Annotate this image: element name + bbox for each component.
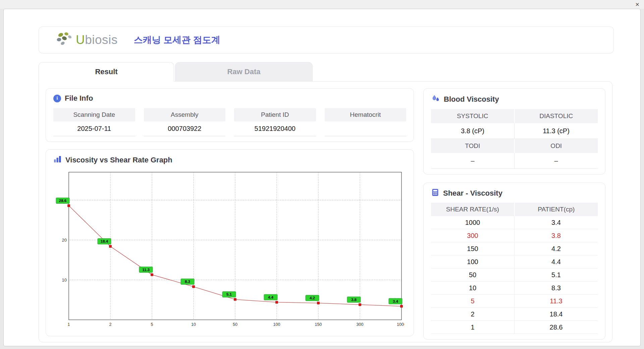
shear-table-header: SHEAR RATE(1/s) PATIENT(cp): [431, 203, 598, 216]
tab-bar: Result Raw Data: [39, 62, 313, 82]
field-value: [325, 121, 407, 136]
field-scanning-date: Scanning Date 2025-07-11: [53, 108, 135, 136]
shear-rate-value: 2: [431, 308, 515, 320]
tab-result[interactable]: Result: [39, 62, 174, 82]
patient-viscosity-value: 28.6: [515, 321, 598, 334]
droplet-icon: [431, 94, 440, 104]
field-label: Hematocrit: [325, 108, 407, 121]
shear-row: 150 4.2: [431, 242, 598, 255]
file-info-card: i File Info Scanning Date 2025-07-11 Ass…: [46, 88, 414, 142]
bv-header-row-2: TODI ODI: [431, 139, 598, 153]
svg-text:100: 100: [273, 322, 280, 327]
svg-text:3.4: 3.4: [393, 299, 398, 303]
field-value: 2025-07-11: [53, 121, 135, 136]
field-hematocrit: Hematocrit: [325, 108, 407, 136]
field-label: Scanning Date: [53, 108, 135, 121]
shear-row: 100 4.4: [431, 255, 598, 268]
todi-value: –: [431, 153, 515, 168]
field-label: Patient ID: [234, 108, 316, 121]
systolic-label: SYSTOLIC: [431, 109, 515, 123]
patient-viscosity-value: 18.4: [515, 308, 598, 320]
viscosity-graph-card: Viscosity vs Shear Rate Graph 1020301251…: [46, 149, 414, 336]
shear-viscosity-card: Shear - Viscosity SHEAR RATE(1/s) PATIEN…: [423, 183, 605, 340]
bv-value-row-2: – –: [431, 153, 598, 169]
shear-row: 5 11.3: [431, 295, 598, 308]
graph-title: Viscosity vs Shear Rate Graph: [65, 156, 172, 164]
bv-value-row: 3.8 (cP) 11.3 (cP): [431, 123, 598, 139]
odi-value: –: [515, 153, 598, 168]
brand-letter-u: U: [76, 33, 85, 47]
left-column: i File Info Scanning Date 2025-07-11 Ass…: [46, 88, 414, 335]
todi-label: TODI: [431, 139, 515, 153]
svg-text:1000: 1000: [397, 322, 404, 327]
patient-viscosity-value: 4.2: [515, 242, 598, 255]
brand-rest: biosis: [85, 33, 118, 47]
viscosity-chart: 1020301251050100150300100028.618.411.38.…: [55, 169, 406, 331]
close-icon[interactable]: ×: [635, 1, 639, 8]
field-value: 51921920400: [234, 121, 316, 136]
field-patient-id: Patient ID 51921920400: [234, 108, 316, 136]
info-icon: i: [53, 95, 61, 102]
logo-mark-icon: [56, 31, 74, 49]
svg-text:10: 10: [191, 322, 196, 327]
shear-row: 1 28.6: [431, 321, 598, 334]
blood-viscosity-title-row: Blood Viscosity: [431, 94, 598, 104]
shear-row: 300 3.8: [431, 229, 598, 242]
shear-rate-value: 5: [431, 295, 515, 307]
patient-viscosity-value: 11.3: [515, 295, 598, 307]
svg-text:8.3: 8.3: [185, 280, 190, 284]
svg-text:5: 5: [151, 322, 153, 327]
svg-text:18.4: 18.4: [101, 239, 108, 243]
titlebar: ×: [0, 0, 644, 9]
content-card: i File Info Scanning Date 2025-07-11 Ass…: [39, 81, 612, 342]
blood-viscosity-table: SYSTOLIC DIASTOLIC 3.8 (cP) 11.3 (cP) TO…: [431, 109, 598, 169]
brand-text: Ubiosis: [76, 33, 118, 47]
blood-viscosity-card: Blood Viscosity SYSTOLIC DIASTOLIC 3.8 (…: [423, 88, 605, 174]
patient-viscosity-value: 3.4: [515, 216, 598, 229]
shear-row: 2 18.4: [431, 308, 598, 321]
svg-text:28.6: 28.6: [59, 199, 66, 203]
shear-rate-value: 1: [431, 321, 515, 334]
blood-viscosity-title: Blood Viscosity: [444, 95, 499, 104]
shear-rate-value: 10: [431, 282, 515, 294]
tab-raw-data[interactable]: Raw Data: [175, 62, 313, 82]
svg-text:2: 2: [109, 322, 112, 327]
shear-viscosity-table: SHEAR RATE(1/s) PATIENT(cp) 1000 3.4 300…: [431, 203, 598, 334]
shear-row: 1000 3.4: [431, 216, 598, 229]
svg-text:3.8: 3.8: [351, 298, 357, 302]
right-column: Blood Viscosity SYSTOLIC DIASTOLIC 3.8 (…: [423, 88, 605, 335]
calculator-icon: [431, 188, 439, 198]
file-info-title-row: i File Info: [53, 94, 406, 103]
svg-text:10: 10: [62, 278, 67, 283]
shear-row: 10 8.3: [431, 282, 598, 295]
patient-viscosity-value: 5.1: [515, 268, 598, 281]
shear-rate-value: 50: [431, 268, 515, 281]
odi-label: ODI: [515, 139, 598, 153]
file-info-fields: Scanning Date 2025-07-11 Assembly 000703…: [53, 108, 406, 136]
bv-header-row: SYSTOLIC DIASTOLIC: [431, 109, 598, 123]
file-info-title: File Info: [65, 94, 93, 103]
patient-viscosity-value: 3.8: [515, 229, 598, 242]
logo: Ubiosis: [56, 31, 118, 49]
field-value: 000703922: [144, 121, 226, 136]
shear-row: 50 5.1: [431, 268, 598, 282]
field-assembly: Assembly 000703922: [144, 108, 226, 136]
field-label: Assembly: [144, 108, 226, 121]
graph-title-row: Viscosity vs Shear Rate Graph: [53, 155, 406, 165]
patient-column-header: PATIENT(cp): [515, 203, 598, 216]
svg-text:4.2: 4.2: [310, 296, 315, 300]
bar-chart-icon: [53, 155, 62, 165]
patient-viscosity-value: 8.3: [515, 282, 598, 294]
shear-rate-value: 100: [431, 255, 515, 268]
shear-rate-value: 300: [431, 229, 515, 242]
svg-text:11.3: 11.3: [142, 268, 150, 272]
app-window: Ubiosis 스캐닝 모세관 점도계 Result Raw Data i Fi…: [3, 9, 641, 346]
header-card: Ubiosis 스캐닝 모세관 점도계: [39, 27, 614, 53]
diastolic-value: 11.3 (cP): [515, 123, 598, 139]
shear-viscosity-title: Shear - Viscosity: [443, 189, 502, 198]
svg-text:4.4: 4.4: [268, 295, 274, 299]
systolic-value: 3.8 (cP): [431, 123, 515, 139]
svg-text:20: 20: [62, 238, 67, 243]
svg-text:150: 150: [315, 322, 322, 327]
shear-rate-value: 1000: [431, 216, 515, 229]
